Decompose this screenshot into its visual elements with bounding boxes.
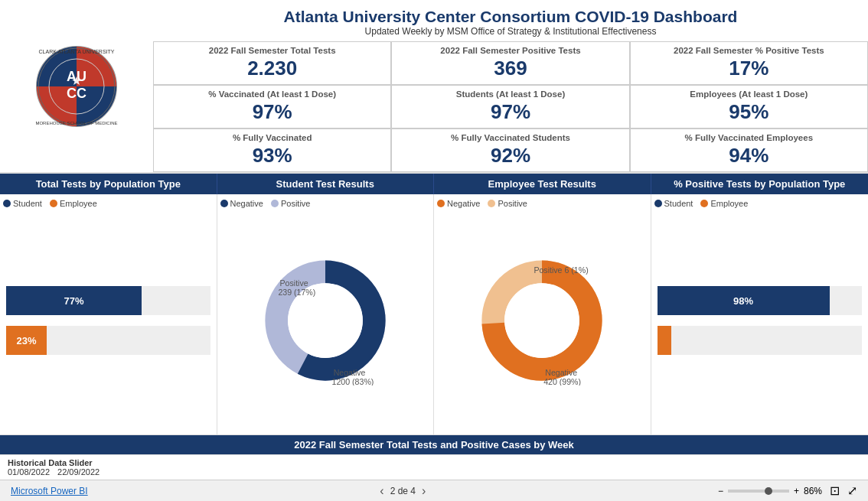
- stat-label: % Fully Vaccinated Employees: [637, 133, 861, 142]
- stat-label: Students (At least 1 Dose): [398, 89, 622, 99]
- student-dot: [3, 200, 11, 207]
- fullscreen-icon[interactable]: ⤢: [847, 483, 857, 498]
- positive-dot-e: [488, 200, 495, 207]
- pct-bar-bg: [658, 326, 863, 355]
- stat-label: 2022 Fall Semester % Positive Tests: [637, 46, 861, 55]
- pct-employee-label: Employee: [710, 199, 748, 208]
- pct-bar-row: [658, 326, 863, 355]
- legend-employee-label: Employee: [60, 199, 97, 208]
- title-block: Atlanta University Center Consortium COV…: [153, 0, 868, 41]
- dashboard-subtitle: Updated Weekly by MSM Office of Strategy…: [153, 26, 868, 37]
- legend-positive-student: Positive: [271, 199, 311, 208]
- section-header-cell: Employee Test Results: [434, 174, 651, 194]
- pct-bar-bg: 98%: [658, 286, 863, 315]
- footer: Microsoft Power BI ‹ 2 de 4 › − + 86% ⊡ …: [0, 480, 868, 501]
- employee-dot: [50, 200, 57, 207]
- zoom-control[interactable]: − + 86%: [718, 486, 822, 496]
- svg-text:MOREHOUSE SCHOOL OF MEDICINE: MOREHOUSE SCHOOL OF MEDICINE: [35, 121, 117, 125]
- section-header-cell: Student Test Results: [217, 174, 435, 194]
- legend-population: Student Employee: [3, 199, 214, 208]
- prev-page-button[interactable]: ‹: [380, 484, 383, 498]
- svg-text:CC: CC: [67, 86, 86, 101]
- legend-student-label: Student: [13, 199, 42, 208]
- stat-cell: 2022 Fall Semester % Positive Tests 17%: [630, 41, 868, 85]
- negative-dot-e: [437, 200, 445, 207]
- panel-pct-positive: Student Employee 98%: [651, 194, 869, 434]
- zoom-plus[interactable]: +: [794, 486, 799, 496]
- footer-navigation: ‹ 2 de 4 ›: [380, 484, 426, 498]
- pct-student-dot: [654, 200, 662, 207]
- student-donut-container: Positive 239 (17%) Negative 1200 (83%): [220, 211, 431, 430]
- stat-cell: % Fully Vaccinated Students 92%: [391, 129, 629, 172]
- bar-row: 23%: [6, 326, 210, 355]
- legend-student: Student: [3, 199, 42, 208]
- section-headers: Total Tests by Population TypeStudent Te…: [0, 174, 868, 194]
- stat-cell: 2022 Fall Semester Positive Tests 369: [391, 41, 629, 85]
- student-donut-svg: Positive 239 (17%) Negative 1200 (83%): [260, 255, 390, 386]
- charts-area: Student Employee 77% 23% Negative: [0, 194, 868, 435]
- stat-value: 2.230: [160, 57, 384, 80]
- slider-dates: 01/08/2022 22/09/2022: [8, 467, 100, 477]
- pct-student-label: Student: [664, 199, 693, 208]
- svg-text:Negative: Negative: [333, 368, 365, 377]
- title-stats-area: Atlanta University Center Consortium COV…: [153, 0, 868, 172]
- fit-screen-icon[interactable]: ⊡: [830, 483, 840, 498]
- pct-employee-dot: [700, 200, 708, 207]
- bar-fill: 77%: [6, 286, 142, 315]
- section-header-cell: Total Tests by Population Type: [0, 174, 217, 194]
- zoom-slider-track[interactable]: [728, 490, 789, 493]
- negative-dot-s: [220, 200, 228, 207]
- stat-value: 369: [398, 57, 622, 80]
- pct-bar-row: 98%: [658, 286, 863, 315]
- slider-area[interactable]: Historical Data Slider 01/08/2022 22/09/…: [0, 454, 868, 480]
- logo-area: AU CC CLARK ATLANTA UNIVERSITY MOREHOUSE…: [0, 0, 153, 172]
- legend-pos-label-e: Positive: [498, 199, 527, 208]
- slider-title: Historical Data Slider 01/08/2022 22/09/…: [8, 458, 100, 477]
- pct-bar-fill: 98%: [658, 286, 830, 315]
- svg-text:1200 (83%): 1200 (83%): [331, 377, 374, 386]
- bottom-bar-text: 2022 Fall Semester Total Tests and Posit…: [294, 439, 574, 451]
- zoom-minus[interactable]: −: [718, 486, 723, 496]
- slider-start-date: 01/08/2022: [8, 467, 50, 477]
- stat-label: % Vaccinated (At least 1 Dose): [160, 89, 384, 99]
- stat-cell: 2022 Fall Semester Total Tests 2.230: [153, 41, 391, 85]
- slider-title-text: Historical Data Slider: [8, 458, 100, 467]
- svg-text:420 (99%): 420 (99%): [543, 377, 581, 386]
- bottom-section-bar: 2022 Fall Semester Total Tests and Posit…: [0, 435, 868, 454]
- dashboard: AU CC CLARK ATLANTA UNIVERSITY MOREHOUSE…: [0, 0, 868, 501]
- panel-population-type: Student Employee 77% 23%: [0, 194, 217, 434]
- stat-label: % Fully Vaccinated Students: [398, 133, 622, 142]
- stat-label: 2022 Fall Semester Total Tests: [160, 46, 384, 55]
- legend-pct-student: Student: [654, 199, 693, 208]
- zoom-value: 86%: [804, 486, 822, 496]
- bar-row: 77%: [6, 286, 210, 315]
- legend-employee-results: Negative Positive: [437, 199, 648, 208]
- stat-value: 93%: [160, 144, 384, 168]
- stat-value: 92%: [398, 144, 622, 168]
- stat-value: 95%: [637, 100, 861, 124]
- legend-pct-employee: Employee: [700, 199, 748, 208]
- panel-employee-results: Negative Positive Positive 6 (1%): [434, 194, 651, 434]
- stat-value: 97%: [160, 100, 384, 124]
- zoom-slider-thumb[interactable]: [765, 487, 772, 495]
- stat-value: 94%: [637, 144, 861, 168]
- stat-label: % Fully Vaccinated: [160, 133, 384, 142]
- svg-text:CLARK ATLANTA UNIVERSITY: CLARK ATLANTA UNIVERSITY: [39, 49, 115, 54]
- slider-end-date: 22/09/2022: [57, 467, 100, 477]
- stat-label: 2022 Fall Semester Positive Tests: [398, 46, 622, 55]
- logo-svg: AU CC CLARK ATLANTA UNIVERSITY MOREHOUSE…: [34, 44, 119, 129]
- bar-bg: 77%: [6, 286, 210, 315]
- stat-value: 17%: [637, 57, 861, 80]
- legend-negative-employee: Negative: [437, 199, 480, 208]
- legend-pct: Student Employee: [654, 199, 866, 208]
- population-bar-chart: 77% 23%: [3, 211, 214, 430]
- panel-student-results: Negative Positive Positive 239 (: [217, 194, 435, 434]
- stat-value: 97%: [398, 100, 622, 124]
- dashboard-title: Atlanta University Center Consortium COV…: [153, 8, 868, 26]
- powerbi-link[interactable]: Microsoft Power BI: [11, 486, 88, 496]
- svg-text:Positive: Positive: [279, 278, 308, 288]
- svg-text:Positive 6 (1%): Positive 6 (1%): [534, 265, 589, 275]
- next-page-button[interactable]: ›: [422, 484, 426, 498]
- stat-cell: Employees (At least 1 Dose) 95%: [630, 85, 868, 129]
- legend-positive-employee: Positive: [488, 199, 527, 208]
